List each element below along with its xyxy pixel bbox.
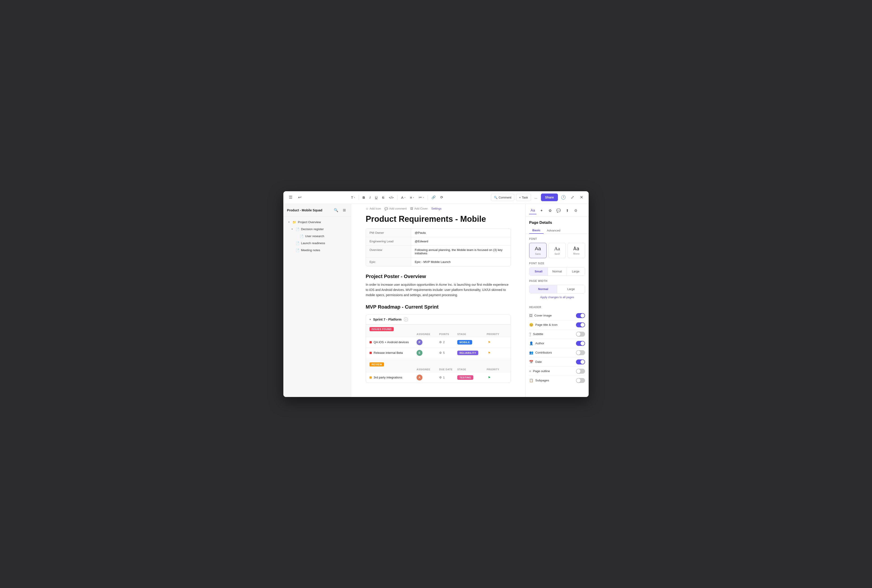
table-row: Release internal Beta E ⚙ 5 RELIABILITY … xyxy=(366,348,510,358)
stage-cell: TESTING xyxy=(457,375,487,380)
header-row-date: 📅 Date xyxy=(529,357,585,367)
author-icon: 👤 xyxy=(529,341,533,345)
task-label: QA iOS + Android devices xyxy=(374,340,409,344)
font-serif-button[interactable]: Aa Serif xyxy=(548,243,566,258)
priority-cell: ⚑ xyxy=(487,351,492,355)
author-label: Author xyxy=(535,342,544,345)
add-icon-button[interactable]: ☺ Add Icon xyxy=(366,207,381,210)
sidebar-header-icons: 🔍 ⊞ xyxy=(333,207,347,213)
add-comment-button[interactable]: 💬 Add comment xyxy=(384,207,407,210)
comment-button[interactable]: 🔍Comment xyxy=(491,194,514,201)
info-icon: i xyxy=(404,317,408,321)
italic-button[interactable]: I xyxy=(368,194,372,201)
header-row-page-outline: ≡ Page outline xyxy=(529,367,585,376)
size-normal-button[interactable]: Normal xyxy=(548,267,566,276)
size-small-button[interactable]: Small xyxy=(530,267,548,276)
page-outline-icon: ≡ xyxy=(529,369,531,373)
col-task xyxy=(369,333,417,336)
sidebar-item-label: User research xyxy=(305,234,346,238)
close-button[interactable]: ✕ xyxy=(578,194,585,201)
sidebar-layout-button[interactable]: ⊞ xyxy=(341,207,347,213)
section1-heading: Project Poster - Overview xyxy=(351,272,525,282)
header-row-subpages: 📋 Subpages xyxy=(529,376,585,385)
panel-tab-emoji[interactable]: ✦ xyxy=(538,207,545,214)
panel-tab-export[interactable]: ⬆ xyxy=(564,207,571,214)
task-name: QA iOS + Android devices xyxy=(369,340,417,344)
sprint-block: ▾ Sprint 7 - Platform i ISSUES FOUND ASS… xyxy=(366,315,511,383)
panel-tab-basic[interactable]: Basic xyxy=(529,227,544,234)
font-name-sans: Sans xyxy=(535,252,541,255)
subtitle-label: Subtitle xyxy=(533,332,543,336)
underline-button[interactable]: U xyxy=(373,194,379,201)
bold-button[interactable]: B xyxy=(361,194,367,201)
align-button[interactable]: ≡▾ xyxy=(408,194,416,201)
header-row-left: ≡ Page outline xyxy=(529,369,550,373)
subpages-toggle[interactable] xyxy=(576,378,585,383)
history-button[interactable]: 🕐 xyxy=(560,194,567,201)
stage-cell: MOBILE xyxy=(457,340,487,345)
section2-heading: MVP Roadmap - Current Sprint xyxy=(351,302,525,313)
panel-tab-text[interactable]: Aa xyxy=(529,207,536,214)
toolbar: ☰ ↩ T▾ B I U S </> A▾ ≡▾ ≔▾ 🔗 ⟳ xyxy=(284,191,588,204)
strikethrough-button[interactable]: S xyxy=(380,194,386,201)
add-cover-button[interactable]: 🖼 Add Cover xyxy=(410,207,428,210)
sidebar-item-project-overview[interactable]: ▾ 📁 Project Overview xyxy=(285,219,350,226)
contributors-toggle[interactable] xyxy=(576,350,585,355)
subtitle-toggle[interactable] xyxy=(576,332,585,337)
panel-toolbar: Aa ✦ ✿ 💬 ⬆ ⚙ xyxy=(525,204,588,214)
points-value: 2 xyxy=(443,340,444,344)
sidebar-search-button[interactable]: 🔍 xyxy=(333,207,339,213)
issues-section: ISSUES FOUND xyxy=(366,324,510,332)
page-title-toggle[interactable] xyxy=(576,322,585,327)
task-name: Release internal Beta xyxy=(369,351,417,354)
sidebar-item-launch-readiness[interactable]: ▸ 📄 Launch readiness xyxy=(285,240,350,247)
panel-tab-comment[interactable]: 💬 xyxy=(555,207,562,214)
stage-cell: RELIABILITY xyxy=(457,351,487,355)
link-button[interactable]: 🔗 xyxy=(430,194,438,201)
sidebar-item-user-research[interactable]: ▸ 📄 User research xyxy=(285,233,350,240)
table-key: Engineering Lead xyxy=(366,237,411,246)
header-row-cover: 🖼 Cover image xyxy=(529,311,585,320)
expand-button[interactable]: ⤢ xyxy=(569,194,576,201)
font-mono-button[interactable]: Aa Mono xyxy=(567,243,585,258)
list-button[interactable]: ≔▾ xyxy=(417,194,426,201)
width-large-button[interactable]: Large xyxy=(557,285,585,293)
sidebar-item-meeting-notes[interactable]: ▸ 📄 Meeting notes xyxy=(285,247,350,254)
review-section: REVIEW xyxy=(366,360,510,367)
apply-changes-link[interactable]: Apply changes to all pages xyxy=(529,294,585,302)
panel-tab-settings[interactable]: ⚙ xyxy=(572,207,579,214)
size-options: Small Normal Large xyxy=(529,267,585,276)
panel-tab-advanced[interactable]: Advanced xyxy=(544,227,564,234)
undo-button[interactable]: ↩ xyxy=(296,194,303,201)
points-value: 1 xyxy=(443,376,444,379)
font-color-button[interactable]: A▾ xyxy=(399,194,407,201)
code-button[interactable]: </> xyxy=(387,194,396,201)
avatar: A xyxy=(417,375,422,381)
table-key: Overview xyxy=(366,246,411,258)
assignee-cell: P xyxy=(417,339,439,345)
panel-tab-collab[interactable]: ✿ xyxy=(546,207,554,214)
col-due-date: DUE DATE xyxy=(439,368,457,371)
divider-3 xyxy=(428,195,428,200)
settings-button[interactable]: Settings xyxy=(431,207,441,210)
sidebar-item-label: Meeting notes xyxy=(301,249,346,252)
loop-button[interactable]: ⟳ xyxy=(438,194,445,201)
sidebar-item-decision-register[interactable]: ▾ 📄 Decision register xyxy=(285,226,350,232)
sprint-chevron-icon[interactable]: ▾ xyxy=(369,318,371,321)
author-toggle[interactable] xyxy=(576,341,585,346)
task-button[interactable]: +Task xyxy=(516,194,531,201)
font-sans-button[interactable]: Aa Sans xyxy=(529,243,546,258)
share-button[interactable]: Share xyxy=(541,194,558,201)
panel-tool-icons: Aa ✦ ✿ 💬 ⬆ ⚙ xyxy=(529,207,579,214)
text-format-button[interactable]: T▾ xyxy=(349,194,357,201)
divider-1 xyxy=(359,195,359,200)
sprint-header: ▾ Sprint 7 - Platform i xyxy=(366,315,510,324)
date-toggle[interactable] xyxy=(576,360,585,364)
width-normal-button[interactable]: Normal xyxy=(530,285,557,293)
size-large-button[interactable]: Large xyxy=(566,267,585,276)
page-outline-toggle[interactable] xyxy=(576,369,585,374)
hamburger-button[interactable]: ☰ xyxy=(287,194,294,201)
cover-image-toggle[interactable] xyxy=(576,313,585,318)
more-button[interactable]: ... xyxy=(533,194,539,201)
cover-image-icon: 🖼 xyxy=(529,314,533,317)
